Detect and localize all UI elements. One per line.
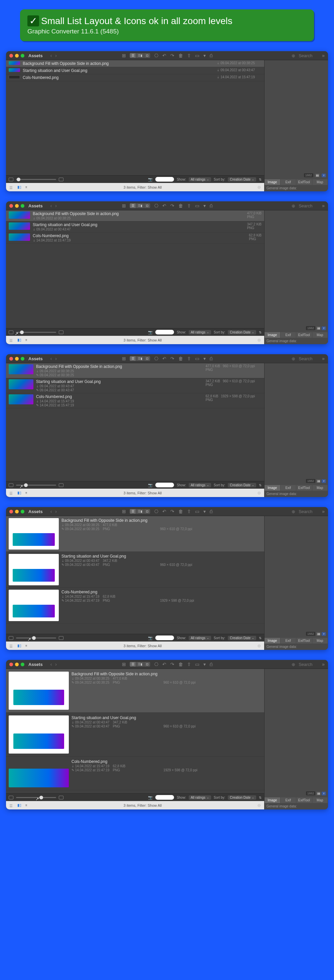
file-row[interactable]: Background Fill with Opposite Side in ac… bbox=[6, 363, 264, 378]
dropdown-icon[interactable]: ▾ bbox=[203, 203, 206, 208]
zoom-window-icon[interactable] bbox=[21, 54, 24, 57]
print-icon[interactable]: ⎙ bbox=[210, 203, 212, 208]
search-input[interactable] bbox=[299, 509, 319, 514]
grid-view-icon[interactable]: ⊞ bbox=[122, 203, 126, 208]
sidebar-toggle-icon[interactable]: » bbox=[322, 203, 325, 208]
sort-direction-icon[interactable]: ⇅ bbox=[259, 178, 261, 181]
sort-dropdown[interactable]: Creation Date bbox=[228, 795, 256, 800]
panel-icon[interactable]: ▮▯ bbox=[17, 338, 21, 342]
filter-input[interactable] bbox=[155, 177, 174, 181]
file-row[interactable]: Background Fill with Opposite Side in ac… bbox=[6, 669, 264, 713]
panel-icon[interactable]: ▮▯ bbox=[17, 185, 21, 189]
file-row[interactable]: Cols-Numbered.png⇣ 14.04.2022 at 15:47:1… bbox=[6, 757, 264, 791]
list-view-segment[interactable]: ☰☰▮⊡ bbox=[130, 356, 150, 361]
filter-input[interactable] bbox=[155, 635, 174, 640]
hierarchy-icon[interactable]: ⌆ bbox=[25, 338, 28, 342]
zoom-slider[interactable] bbox=[16, 179, 56, 180]
magnifier-icon[interactable]: ⊕ bbox=[291, 53, 295, 58]
menu-icon[interactable] bbox=[9, 339, 14, 342]
magnifier-icon[interactable]: ⊕ bbox=[291, 204, 295, 208]
export-icon[interactable]: ⇪ bbox=[187, 53, 191, 58]
ratings-dropdown[interactable]: All ratings bbox=[189, 795, 211, 800]
file-row[interactable]: Starting situation and User Goal.png⇣ 09… bbox=[6, 221, 264, 232]
tab-map[interactable]: Map bbox=[312, 179, 328, 185]
zoom-slider[interactable] bbox=[16, 797, 56, 798]
minimize-window-icon[interactable] bbox=[15, 54, 19, 57]
sort-dropdown[interactable]: Creation Date bbox=[228, 177, 256, 181]
tab-exif[interactable]: Exif bbox=[280, 179, 297, 185]
tab-map[interactable]: Map bbox=[312, 332, 328, 338]
close-window-icon[interactable] bbox=[9, 204, 13, 208]
zoom-slider[interactable] bbox=[16, 485, 56, 486]
facebook-icon[interactable]: f bbox=[321, 173, 326, 177]
small-thumb-icon[interactable] bbox=[9, 331, 13, 334]
search-input[interactable] bbox=[299, 53, 319, 58]
camera-icon[interactable]: 📷 bbox=[148, 330, 153, 334]
file-row[interactable]: Starting situation and User Goal.png⇣ 09… bbox=[6, 713, 264, 757]
camera-icon[interactable]: 📷 bbox=[148, 177, 153, 181]
rotate-left-icon[interactable]: ↶ bbox=[162, 203, 166, 208]
zoom-window-icon[interactable] bbox=[21, 204, 24, 208]
large-thumb-icon[interactable] bbox=[59, 178, 63, 181]
filter-input[interactable] bbox=[155, 483, 174, 487]
ratings-dropdown[interactable]: All ratings bbox=[189, 177, 211, 181]
list-view-segment[interactable]: ☰☰▮⊡ bbox=[130, 53, 150, 58]
grid-view-icon[interactable]: ⊞ bbox=[122, 53, 126, 58]
rotate-left-icon[interactable]: ↶ bbox=[162, 53, 166, 58]
file-row[interactable]: Cols-Numbered.png⇣ 14.04.2022 at 15:47:1… bbox=[6, 232, 264, 243]
tab-exif[interactable]: Exif bbox=[280, 332, 297, 338]
rotate-right-icon[interactable]: ↷ bbox=[170, 53, 174, 58]
sort-direction-icon[interactable]: ⇅ bbox=[259, 331, 261, 334]
small-thumb-icon[interactable] bbox=[9, 178, 13, 181]
search-input[interactable] bbox=[299, 662, 319, 667]
file-row[interactable]: Cols-Numbered.png ⇣ 14.04.2022 at 15:47:… bbox=[6, 74, 264, 81]
large-thumb-icon[interactable] bbox=[59, 331, 63, 334]
list-view-segment[interactable]: ☰☰▮⊡ bbox=[130, 204, 150, 208]
tag-icon[interactable]: ⎔ bbox=[154, 53, 158, 58]
tag-icon[interactable]: ⎔ bbox=[154, 203, 158, 208]
filter-input[interactable] bbox=[155, 330, 174, 334]
zoom-slider[interactable] bbox=[16, 638, 56, 638]
file-row[interactable]: Background Fill with Opposite Side in ac… bbox=[6, 60, 264, 67]
minimize-window-icon[interactable] bbox=[15, 357, 19, 361]
ratings-dropdown[interactable]: All ratings bbox=[189, 636, 211, 640]
file-row[interactable]: Starting situation and User Goal.png ⇣ 0… bbox=[6, 67, 264, 74]
file-row[interactable]: Starting situation and User Goal.png⇣ 09… bbox=[6, 378, 264, 393]
close-window-icon[interactable] bbox=[9, 54, 13, 57]
sort-dropdown[interactable]: Creation Date bbox=[228, 483, 256, 487]
file-row[interactable]: Cols-Numbered.png⇣ 14.04.2022 at 15:47:1… bbox=[6, 393, 264, 408]
status-settings-icon[interactable]: ◎ bbox=[258, 338, 261, 342]
zoom-slider[interactable] bbox=[16, 332, 56, 333]
sidebar-toggle-icon[interactable]: » bbox=[322, 53, 325, 58]
rotate-right-icon[interactable]: ↷ bbox=[170, 203, 174, 208]
nav-arrows[interactable]: ‹› bbox=[49, 203, 58, 208]
minimize-window-icon[interactable] bbox=[15, 204, 19, 208]
sort-dropdown[interactable]: Creation Date bbox=[228, 330, 256, 334]
search-input[interactable] bbox=[299, 204, 319, 208]
close-window-icon[interactable] bbox=[9, 357, 13, 361]
zoom-window-icon[interactable] bbox=[21, 357, 24, 361]
export-icon[interactable]: ⇪ bbox=[187, 203, 191, 208]
status-settings-icon[interactable]: ◎ bbox=[258, 185, 261, 189]
print-icon[interactable]: ⎙ bbox=[210, 53, 212, 58]
hierarchy-icon[interactable]: ⌆ bbox=[25, 185, 28, 189]
chart-icon[interactable]: ▮▮ bbox=[316, 326, 321, 330]
nav-arrows[interactable]: ‹› bbox=[49, 53, 58, 58]
file-row[interactable]: Cols-Numbered.png⇣ 14.04.2022 at 15:47:1… bbox=[6, 588, 264, 624]
ratings-dropdown[interactable]: All ratings bbox=[189, 330, 211, 334]
trash-icon[interactable]: 🗑 bbox=[178, 203, 183, 208]
menu-icon[interactable] bbox=[9, 186, 14, 189]
chart-icon[interactable]: ▮▮ bbox=[315, 173, 320, 177]
tab-exiftool[interactable]: ExifTool bbox=[296, 179, 312, 185]
file-row[interactable]: Background Fill with Opposite Side in ac… bbox=[6, 210, 264, 221]
window-icon[interactable]: ▭ bbox=[195, 203, 199, 208]
window-icon[interactable]: ▭ bbox=[195, 53, 199, 58]
dropdown-icon[interactable]: ▾ bbox=[203, 53, 206, 58]
file-row[interactable]: Starting situation and User Goal.png⇣ 09… bbox=[6, 552, 264, 588]
ratings-dropdown[interactable]: All ratings bbox=[189, 483, 211, 487]
facebook-icon[interactable]: f bbox=[321, 326, 326, 330]
filter-input[interactable] bbox=[155, 795, 174, 800]
tab-exiftool[interactable]: ExifTool bbox=[296, 332, 312, 338]
trash-icon[interactable]: 🗑 bbox=[178, 53, 183, 58]
tab-image[interactable]: Image bbox=[264, 179, 280, 185]
